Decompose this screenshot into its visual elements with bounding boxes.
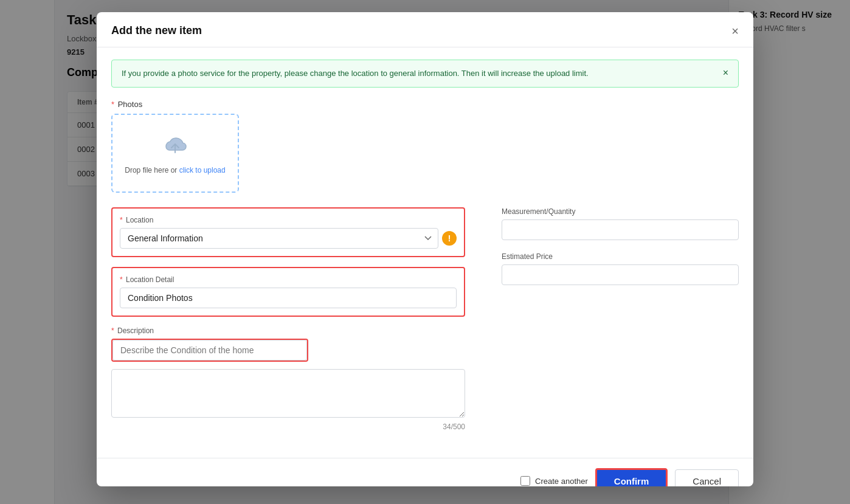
create-another-checkbox[interactable] — [520, 476, 530, 486]
required-star: * — [111, 100, 114, 109]
confirm-button[interactable]: Confirm — [595, 468, 668, 487]
form-layout: * Location General Information ! — [111, 207, 739, 446]
location-select[interactable]: General Information — [120, 228, 438, 249]
left-section: * Location General Information ! — [111, 207, 465, 446]
description-input[interactable] — [112, 340, 307, 361]
description-textarea[interactable] — [111, 369, 465, 418]
warning-icon: ! — [442, 231, 457, 246]
location-section: * Location General Information ! — [111, 207, 465, 257]
location-detail-input[interactable] — [120, 288, 457, 308]
create-another-label[interactable]: Create another — [520, 476, 588, 486]
location-select-wrapper: General Information ! — [120, 228, 457, 249]
upload-cloud-icon — [161, 131, 190, 160]
measurement-group: Measurement/Quantity — [502, 207, 739, 240]
description-input-wrapper — [111, 339, 308, 362]
estimated-price-input[interactable] — [502, 264, 739, 285]
location-label: * Location — [120, 216, 457, 224]
info-banner-close-button[interactable]: × — [723, 67, 728, 78]
photos-label: * Photos — [111, 100, 739, 109]
info-banner-text: If you provide a photo service for the p… — [122, 67, 589, 80]
estimated-price-group: Estimated Price — [502, 252, 739, 285]
modal-overlay: Add the new item × If you provide a phot… — [0, 0, 850, 504]
location-detail-section: * Location Detail — [111, 267, 465, 317]
upload-link[interactable]: click to upload — [179, 166, 226, 174]
measurement-label: Measurement/Quantity — [502, 207, 739, 216]
description-label: * Description — [111, 326, 465, 335]
modal: Add the new item × If you provide a phot… — [97, 12, 753, 486]
measurement-input[interactable] — [502, 219, 739, 240]
modal-header: Add the new item × — [97, 12, 753, 47]
upload-box[interactable]: Drop file here or click to upload — [111, 114, 239, 193]
info-banner: If you provide a photo service for the p… — [111, 60, 739, 88]
modal-footer: Create another Confirm Cancel — [97, 458, 753, 487]
estimated-price-label: Estimated Price — [502, 252, 739, 261]
description-counter: 34/500 — [111, 423, 465, 431]
modal-body: If you provide a photo service for the p… — [97, 47, 753, 458]
description-section: * Description 34/500 — [111, 326, 465, 431]
right-section: Measurement/Quantity Estimated Price — [477, 207, 739, 446]
modal-title: Add the new item — [111, 24, 202, 37]
cancel-button[interactable]: Cancel — [675, 469, 739, 487]
modal-close-button[interactable]: × — [731, 25, 739, 37]
location-detail-label: * Location Detail — [120, 275, 457, 284]
upload-text: Drop file here or click to upload — [125, 165, 225, 176]
